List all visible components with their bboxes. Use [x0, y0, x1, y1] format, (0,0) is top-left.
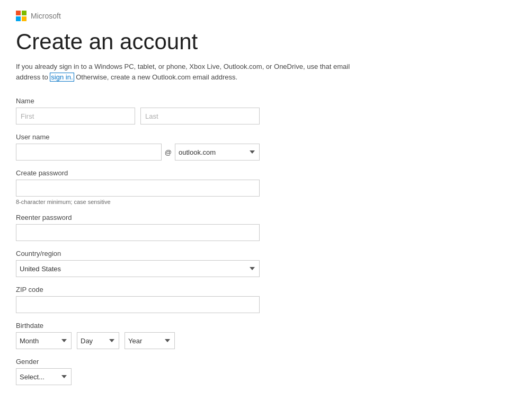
sign-in-link[interactable]: sign in. [50, 73, 74, 82]
first-name-input[interactable] [16, 108, 135, 124]
ms-logo-red [16, 11, 21, 15]
month-select[interactable]: Month January February March April May J… [16, 332, 72, 349]
birthdate-field-group: Birthdate Month January February March A… [16, 322, 260, 349]
last-name-input[interactable] [140, 108, 260, 124]
reenter-password-label: Reenter password [16, 214, 260, 221]
reenter-password-input[interactable] [16, 224, 260, 241]
at-symbol: @ [165, 148, 172, 156]
name-label: Name [16, 97, 260, 105]
create-password-field-group: Create password 8-character minimum; cas… [16, 169, 260, 205]
zip-label: ZIP code [16, 286, 260, 294]
microsoft-brand-name: Microsoft [31, 12, 61, 20]
gender-select[interactable]: Select... Male Female Other [16, 368, 72, 385]
microsoft-logo: Microsoft [16, 11, 516, 21]
zip-input[interactable] [16, 296, 260, 313]
country-label: Country/region [16, 250, 260, 257]
country-field-group: Country/region United States Canada Unit… [16, 250, 260, 277]
country-select[interactable]: United States Canada United Kingdom Aust… [16, 260, 260, 277]
username-input[interactable] [16, 144, 162, 161]
gender-label: Gender [16, 358, 260, 366]
ms-logo-green [22, 11, 26, 15]
ms-logo-yellow [22, 16, 26, 21]
gender-field-group: Gender Select... Male Female Other [16, 358, 260, 385]
create-password-label: Create password [16, 169, 260, 177]
zip-field-group: ZIP code [16, 286, 260, 313]
description-text-after: Otherwise, create a new Outlook.com emai… [76, 73, 237, 81]
page-title: Create an account [16, 30, 516, 54]
page-description: If you already sign in to a Windows PC, … [16, 61, 360, 82]
reenter-password-field-group: Reenter password [16, 214, 260, 241]
password-hint: 8-character minimum; case sensitive [16, 199, 260, 205]
ms-logo-grid [16, 11, 26, 21]
name-row [16, 108, 260, 124]
username-row: @ outlook.com hotmail.com live.com [16, 144, 260, 161]
ms-logo-blue [16, 16, 21, 21]
create-account-form: Name User name @ outlook.com hotmail.com… [16, 97, 260, 385]
name-field-group: Name [16, 97, 260, 124]
birthdate-row: Month January February March April May J… [16, 332, 260, 349]
year-select[interactable]: Year 2000 1990 1980 [125, 332, 175, 349]
birthdate-label: Birthdate [16, 322, 260, 330]
username-label: User name [16, 133, 260, 141]
domain-select[interactable]: outlook.com hotmail.com live.com [175, 144, 260, 161]
day-select[interactable]: Day 1 2 3 4 5 6 7 8 9 10 15 20 25 30 31 [77, 332, 119, 349]
username-field-group: User name @ outlook.com hotmail.com live… [16, 133, 260, 161]
create-password-input[interactable] [16, 180, 260, 197]
